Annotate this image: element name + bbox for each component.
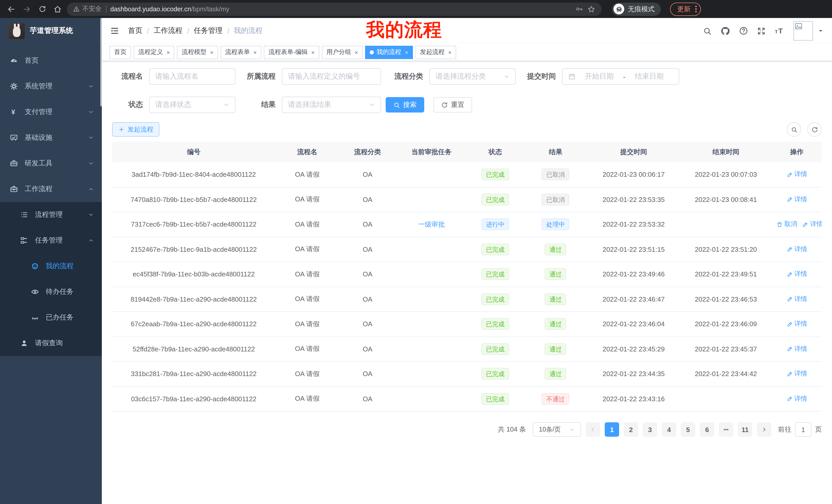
breadcrumb-item[interactable]: 工作流程 — [154, 26, 183, 35]
breadcrumb-item[interactable]: 首页 — [128, 26, 142, 35]
current-task-link[interactable]: 一级审批 — [418, 220, 445, 228]
sidebar-item-待办任务[interactable]: 待办任务 — [0, 279, 102, 305]
page-button-4[interactable]: 4 — [662, 422, 676, 437]
category-select[interactable]: 请选择流程分类 — [430, 68, 516, 85]
browser-menu-icon[interactable] — [695, 6, 697, 12]
page-button-1[interactable]: 1 — [605, 422, 619, 437]
page-size-select[interactable]: 10条/页 — [533, 422, 581, 437]
jump-page-input[interactable]: 1 — [795, 422, 811, 437]
end-date-input[interactable]: 结束日期 — [626, 72, 673, 81]
search-icon[interactable] — [703, 26, 712, 35]
reset-button[interactable]: 重置 — [434, 97, 472, 113]
sidebar-item-任务管理[interactable]: 任务管理 — [0, 228, 102, 253]
sidebar-item-支付管理[interactable]: ¥支付管理 — [0, 99, 102, 125]
prev-page-button[interactable] — [586, 422, 600, 437]
tab-发起流程[interactable]: 发起流程× — [415, 46, 456, 59]
help-icon[interactable] — [739, 26, 748, 35]
sidebar-item-基础设施[interactable]: 基础设施 — [0, 125, 102, 150]
key-icon[interactable] — [575, 5, 583, 13]
详情-link[interactable]: 详情 — [786, 394, 807, 403]
filter-result-label: 结果 — [235, 100, 282, 109]
date-range-picker[interactable]: 开始日期 - 结束日期 — [562, 68, 679, 85]
close-icon[interactable]: × — [355, 49, 358, 55]
page-ellipsis[interactable]: ••• — [719, 422, 733, 437]
tab-我的流程[interactable]: 我的流程× — [365, 46, 413, 59]
取消-link[interactable]: 取消 — [777, 220, 797, 229]
browser-back-icon[interactable] — [5, 3, 18, 15]
avatar[interactable] — [794, 21, 813, 40]
cell-end-time: 2022-01-22 23:49:51 — [680, 271, 772, 278]
close-icon[interactable]: × — [166, 49, 170, 55]
browser-forward-icon[interactable] — [21, 3, 33, 15]
详情-link[interactable]: 详情 — [786, 369, 807, 378]
table-row: 7317cec6-7b9b-11ec-b5b7-acde48001122OA 请… — [112, 212, 822, 237]
edit-icon — [786, 271, 793, 277]
tab-label: 首页 — [114, 48, 127, 57]
edit-icon — [786, 196, 793, 202]
详情-link[interactable]: 详情 — [786, 295, 807, 303]
详情-link[interactable]: 详情 — [786, 195, 807, 204]
create-process-button[interactable]: 发起流程 — [112, 122, 159, 137]
search-button[interactable]: 搜索 — [386, 97, 424, 113]
total-count: 共 104 条 — [498, 425, 526, 434]
filter-process-label: 所属流程 — [235, 72, 282, 81]
page-button-2[interactable]: 2 — [624, 422, 638, 437]
sidebar-item-流程管理[interactable]: 流程管理 — [0, 202, 102, 228]
security-chip[interactable]: 不安全 — [73, 5, 102, 13]
fullscreen-icon[interactable] — [757, 26, 766, 35]
hamburger-icon[interactable] — [110, 26, 119, 36]
sidebar-item-请假查询[interactable]: 请假查询 — [0, 330, 102, 356]
url-bar[interactable]: 不安全 dashboard.yudao.iocoder.cn/bpm/task/… — [67, 2, 602, 16]
process-id-input[interactable]: 请输入流程定义的编号 — [282, 68, 381, 85]
browser-update-button[interactable]: 更新 — [670, 2, 701, 16]
table-row: 7470a810-7b9b-11ec-b5b7-acde48001122OA 请… — [112, 187, 822, 212]
start-date-input[interactable]: 开始日期 — [575, 72, 623, 81]
process-name-input[interactable]: 请输入流程名 — [149, 68, 235, 85]
chev-down-icon — [88, 135, 94, 141]
tab-流程模型[interactable]: 流程模型× — [177, 46, 218, 59]
show-search-button[interactable] — [787, 122, 801, 137]
browser-home-icon[interactable] — [51, 3, 64, 15]
cell-process-name: OA 请假 — [275, 170, 339, 179]
page-button-6[interactable]: 6 — [700, 422, 714, 437]
breadcrumb-item[interactable]: 任务管理 — [194, 26, 223, 35]
close-icon[interactable]: × — [405, 49, 408, 55]
bookmark-star-icon[interactable] — [587, 5, 595, 13]
tab-首页[interactable]: 首页 — [109, 46, 131, 59]
close-icon[interactable]: × — [311, 49, 315, 55]
table-row: 52ffd28e-7b9a-11ec-a290-acde48001122OA 请… — [112, 337, 822, 362]
sidebar-item-工作流程[interactable]: 工作流程 — [0, 176, 102, 202]
tab-流程表单-编辑[interactable]: 流程表单-编辑× — [264, 46, 319, 59]
close-icon[interactable]: × — [254, 49, 257, 55]
page-button-3[interactable]: 3 — [643, 422, 657, 437]
sidebar-item-已办任务[interactable]: 已办任务 — [0, 305, 102, 330]
cell-category: OA — [339, 196, 396, 203]
refresh-table-button[interactable] — [807, 122, 822, 137]
status-select[interactable]: 请选择状态 — [149, 96, 235, 113]
browser-reload-icon[interactable] — [36, 3, 48, 15]
详情-link[interactable]: 详情 — [802, 220, 822, 229]
详情-link[interactable]: 详情 — [786, 245, 807, 254]
sidebar-item-研发工具[interactable]: 研发工具 — [0, 150, 102, 176]
sidebar-item-系统管理[interactable]: 系统管理 — [0, 74, 102, 99]
详情-link[interactable]: 详情 — [786, 344, 807, 353]
close-icon[interactable]: × — [448, 49, 451, 55]
close-icon[interactable]: × — [210, 49, 213, 55]
page-button-5[interactable]: 5 — [681, 422, 695, 437]
github-icon[interactable] — [721, 26, 730, 36]
详情-link[interactable]: 详情 — [786, 319, 807, 328]
sidebar-item-首页[interactable]: 首页 — [0, 48, 102, 74]
tab-流程表单[interactable]: 流程表单× — [220, 46, 261, 59]
font-size-icon[interactable]: TT — [774, 26, 785, 36]
详情-link[interactable]: 详情 — [786, 270, 807, 278]
tab-用户分组[interactable]: 用户分组× — [322, 46, 363, 59]
result-select[interactable]: 请选择流结果 — [282, 96, 381, 113]
cell-category: OA — [339, 271, 396, 278]
page-button-11[interactable]: 11 — [738, 422, 752, 437]
tab-流程定义[interactable]: 流程定义× — [134, 46, 175, 59]
caret-down-icon[interactable] — [817, 28, 824, 34]
详情-link[interactable]: 详情 — [786, 170, 807, 179]
next-page-button[interactable] — [757, 422, 771, 437]
sidebar-logo[interactable]: 芋道管理系统 — [0, 18, 102, 44]
sidebar-item-我的流程[interactable]: 我的流程 — [0, 253, 102, 279]
